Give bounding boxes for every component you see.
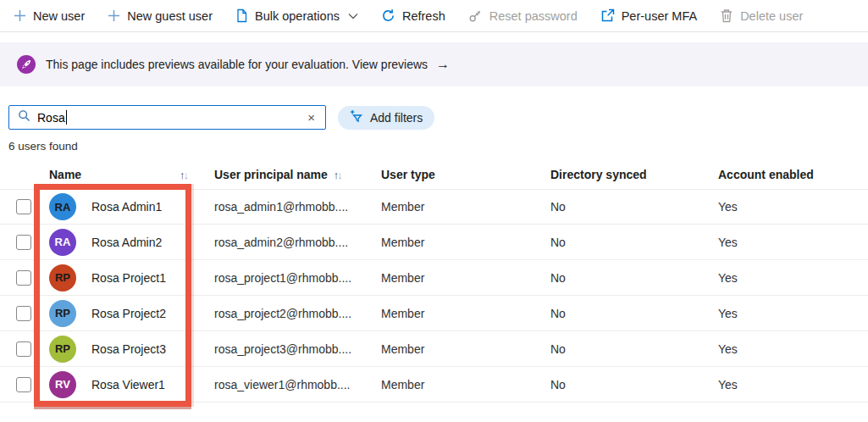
user-upn: rosa_viewer1@rhmobb.... xyxy=(214,378,381,391)
user-name[interactable]: Rosa Admin2 xyxy=(91,236,162,249)
user-name[interactable]: Rosa Project3 xyxy=(91,342,166,356)
row-checkbox[interactable] xyxy=(16,199,31,214)
command-bar: New user New guest user Bulk operations … xyxy=(0,0,868,32)
user-type: Member xyxy=(381,342,550,356)
table-row[interactable]: RPRosa Project1 rosa_project1@rhmobb....… xyxy=(0,260,868,296)
directory-synced: No xyxy=(550,342,718,356)
column-header-upn[interactable]: User principal name ↑↓ xyxy=(214,168,381,181)
user-type: Member xyxy=(381,236,550,249)
user-upn: rosa_admin2@rhmobb.... xyxy=(214,236,381,249)
user-upn: rosa_project2@rhmobb.... xyxy=(214,307,381,320)
new-guest-user-label: New guest user xyxy=(127,9,213,23)
row-checkbox[interactable] xyxy=(16,306,31,321)
table-row[interactable]: RVRosa Viewer1 rosa_viewer1@rhmobb.... M… xyxy=(0,367,868,403)
user-name[interactable]: Rosa Project2 xyxy=(91,307,166,320)
user-name[interactable]: Rosa Admin1 xyxy=(91,200,162,214)
rocket-icon xyxy=(17,55,36,74)
new-user-label: New user xyxy=(33,9,85,23)
sort-down-icon: ↓ xyxy=(337,169,341,181)
row-checkbox[interactable] xyxy=(16,377,31,392)
account-enabled: Yes xyxy=(718,200,868,214)
document-icon xyxy=(235,8,248,23)
account-enabled: Yes xyxy=(718,342,868,356)
row-checkbox[interactable] xyxy=(16,235,31,250)
reset-password-button[interactable]: Reset password xyxy=(468,8,578,23)
text-cursor xyxy=(66,110,67,125)
directory-synced: No xyxy=(550,236,718,249)
new-guest-user-button[interactable]: New guest user xyxy=(108,9,213,23)
avatar: RP xyxy=(49,264,76,292)
clear-search-icon[interactable]: × xyxy=(306,109,317,125)
plus-icon xyxy=(108,9,120,22)
user-upn: rosa_admin1@rhmobb.... xyxy=(214,200,381,214)
table-header: Name ↑↓ User principal name ↑↓ User type… xyxy=(0,160,868,189)
user-type: Member xyxy=(381,307,550,320)
arrow-right-icon[interactable]: → xyxy=(436,57,450,72)
external-link-icon xyxy=(600,8,615,23)
account-enabled: Yes xyxy=(718,378,868,391)
avatar: RP xyxy=(49,300,76,327)
delete-user-label: Delete user xyxy=(740,9,803,23)
add-filter-icon xyxy=(350,109,364,126)
bulk-operations-label: Bulk operations xyxy=(255,9,340,23)
user-table-body: RARosa Admin1 rosa_admin1@rhmobb.... Mem… xyxy=(0,189,868,403)
preview-banner-message: This page includes previews available fo… xyxy=(46,58,428,71)
directory-synced: No xyxy=(550,307,718,320)
column-header-name-label: Name xyxy=(49,168,81,181)
table-row[interactable]: RPRosa Project3 rosa_project3@rhmobb....… xyxy=(0,331,868,367)
avatar: RA xyxy=(49,229,76,256)
results-count: 6 users found xyxy=(0,140,868,153)
delete-user-button[interactable]: Delete user xyxy=(720,8,803,23)
key-icon xyxy=(468,8,483,23)
refresh-button[interactable]: Refresh xyxy=(381,8,445,23)
refresh-label: Refresh xyxy=(402,9,445,23)
user-name[interactable]: Rosa Viewer1 xyxy=(91,378,165,391)
avatar: RP xyxy=(49,336,76,363)
column-header-user-type[interactable]: User type xyxy=(381,168,550,181)
chevron-down-icon xyxy=(348,13,358,19)
preview-banner: This page includes previews available fo… xyxy=(0,42,868,86)
account-enabled: Yes xyxy=(718,271,868,285)
search-icon xyxy=(18,109,30,125)
directory-synced: No xyxy=(550,271,718,285)
sort-icons: ↑↓ xyxy=(180,169,187,181)
avatar: RV xyxy=(49,371,76,398)
sort-down-icon: ↓ xyxy=(184,169,188,181)
search-filter-row: Rosa × Add filters xyxy=(0,105,868,130)
add-filters-button[interactable]: Add filters xyxy=(338,106,434,130)
per-user-mfa-button[interactable]: Per-user MFA xyxy=(600,8,697,23)
new-user-button[interactable]: New user xyxy=(14,9,85,23)
user-type: Member xyxy=(381,200,550,214)
user-type: Member xyxy=(381,378,550,391)
user-upn: rosa_project3@rhmobb.... xyxy=(214,342,381,356)
search-value: Rosa xyxy=(37,111,65,125)
reset-password-label: Reset password xyxy=(489,9,578,23)
refresh-icon xyxy=(381,8,395,23)
column-header-name[interactable]: Name ↑↓ xyxy=(49,168,214,181)
sort-icons: ↑↓ xyxy=(334,169,341,181)
column-header-account-enabled[interactable]: Account enabled xyxy=(718,168,868,181)
user-upn: rosa_project1@rhmobb.... xyxy=(214,271,381,285)
table-row[interactable]: RARosa Admin2 rosa_admin2@rhmobb.... Mem… xyxy=(0,225,868,260)
avatar: RA xyxy=(49,193,76,220)
directory-synced: No xyxy=(550,378,718,391)
account-enabled: Yes xyxy=(718,236,868,249)
add-filters-label: Add filters xyxy=(370,111,423,125)
table-row[interactable]: RARosa Admin1 rosa_admin1@rhmobb.... Mem… xyxy=(0,189,868,225)
directory-synced: No xyxy=(550,200,718,214)
trash-icon xyxy=(720,8,733,23)
bulk-operations-button[interactable]: Bulk operations xyxy=(235,8,358,23)
table-row[interactable]: RPRosa Project2 rosa_project2@rhmobb....… xyxy=(0,296,868,331)
per-user-mfa-label: Per-user MFA xyxy=(622,9,697,23)
column-header-upn-label: User principal name xyxy=(214,168,328,181)
user-name[interactable]: Rosa Project1 xyxy=(91,271,166,285)
row-checkbox[interactable] xyxy=(16,341,31,357)
column-header-directory-synced[interactable]: Directory synced xyxy=(550,168,718,181)
account-enabled: Yes xyxy=(718,307,868,320)
user-type: Member xyxy=(381,271,550,285)
plus-icon xyxy=(14,9,26,22)
search-input[interactable]: Rosa × xyxy=(8,105,326,130)
row-checkbox[interactable] xyxy=(16,270,31,286)
